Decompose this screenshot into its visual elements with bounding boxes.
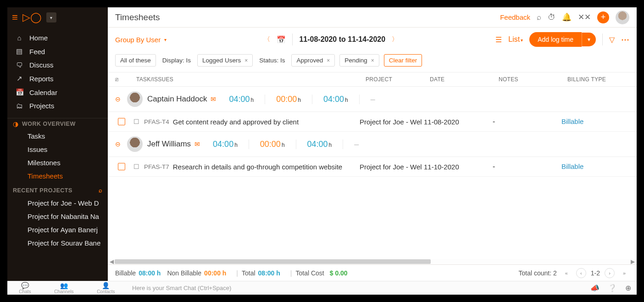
- chip-display[interactable]: Logged Users×: [197, 54, 253, 67]
- sidebar-dropdown[interactable]: ▾: [46, 12, 56, 22]
- zoom-icon[interactable]: ⊕: [625, 284, 631, 292]
- clear-filter-button[interactable]: Clear filter: [384, 54, 422, 67]
- announce-icon[interactable]: 📣: [590, 284, 600, 292]
- add-log-dropdown[interactable]: ▾: [582, 33, 596, 46]
- view-dropdown[interactable]: List: [508, 35, 523, 44]
- hamburger-icon[interactable]: ≡: [12, 11, 18, 23]
- filter-bar: All of these Display: Is Logged Users× S…: [108, 51, 637, 72]
- sidebar-item-calendar[interactable]: 📅Calendar: [7, 85, 108, 99]
- smart-chat-input[interactable]: Here is your Smart Chat (Ctrl+Space): [127, 285, 585, 291]
- calendar-icon: 📅: [16, 88, 23, 96]
- page-last-icon[interactable]: »: [619, 268, 629, 278]
- sidebar-sub-timesheets[interactable]: Timesheets: [7, 169, 108, 183]
- recent-header: RECENT PROJECTS ⌕: [7, 183, 108, 196]
- timer-icon[interactable]: ⏱: [548, 13, 555, 22]
- row-checkbox[interactable]: [118, 118, 125, 125]
- recent-project[interactable]: Project for Sourav Bane: [7, 236, 108, 250]
- recent-project[interactable]: Project for Joe - Web D: [7, 196, 108, 210]
- group-billable: 04:00: [229, 95, 250, 104]
- row-date: 11-08-2020: [424, 118, 493, 126]
- bell-icon[interactable]: 🔔: [562, 12, 572, 22]
- group-billable: 04:00: [213, 140, 233, 149]
- list-icon: ☰: [495, 35, 502, 44]
- date-prev-icon[interactable]: 〈: [264, 35, 270, 44]
- search-icon[interactable]: ⌕: [537, 13, 541, 22]
- row-billing[interactable]: Billable: [561, 117, 583, 125]
- remove-icon[interactable]: ×: [371, 57, 374, 64]
- recent-title: RECENT PROJECTS: [13, 187, 72, 194]
- sidebar-item-home[interactable]: ⌂Home: [7, 31, 108, 45]
- user-avatar[interactable]: [127, 136, 143, 152]
- home-icon: ⌂: [16, 34, 23, 42]
- row-date: 11-10-2020: [424, 163, 493, 171]
- mail-icon[interactable]: ✉: [211, 95, 216, 103]
- scroll-left-icon[interactable]: ◀: [109, 258, 115, 265]
- chip-all[interactable]: All of these: [115, 54, 156, 67]
- user-avatar[interactable]: [616, 11, 629, 24]
- group-nonbillable: 00:00: [276, 95, 297, 104]
- collapse-group-icon[interactable]: ⊝: [115, 95, 125, 103]
- filter-icon[interactable]: ▽: [609, 35, 615, 44]
- row-notes: -: [493, 117, 561, 126]
- sidebar-item-projects[interactable]: 🗂Projects: [7, 99, 108, 112]
- column-billing: BILLING TYPE: [567, 76, 629, 83]
- work-overview-header[interactable]: ◑ WORK OVERVIEW: [7, 118, 108, 129]
- bottom-channels[interactable]: 👥Channels: [54, 282, 73, 294]
- add-log-button[interactable]: Add log time: [529, 32, 582, 47]
- mail-icon[interactable]: ✉: [194, 140, 200, 148]
- task-title: Research in details and go-through compe…: [173, 163, 342, 171]
- horizontal-scrollbar[interactable]: ◀ ▶: [108, 259, 637, 264]
- sidebar-item-feed[interactable]: ▤Feed: [7, 45, 108, 58]
- separator: [292, 34, 293, 45]
- sidebar-item-reports[interactable]: ↗Reports: [7, 72, 108, 85]
- sidebar-sub-tasks[interactable]: Tasks: [7, 129, 108, 143]
- sidebar-item-label: Calendar: [29, 89, 57, 96]
- column-tool-icon[interactable]: ⎚: [115, 76, 132, 83]
- remove-icon[interactable]: ×: [327, 57, 330, 64]
- summary-cost: $ 0.00: [330, 269, 348, 277]
- group-by-dropdown[interactable]: Group By User: [115, 36, 167, 44]
- row-billing[interactable]: Billable: [561, 162, 583, 170]
- page-prev-icon[interactable]: ‹: [576, 268, 586, 278]
- more-icon[interactable]: ⋯: [621, 34, 629, 45]
- date-range[interactable]: 11-08-2020 to 11-14-2020: [299, 35, 385, 44]
- scroll-thumb[interactable]: [115, 259, 431, 264]
- recent-project[interactable]: Project for Ayan Banerj: [7, 223, 108, 236]
- tools-icon[interactable]: ✕✕: [578, 12, 591, 22]
- table-row[interactable]: ☐PFAS-T7Research in details and go-throu…: [108, 157, 637, 177]
- page-next-icon[interactable]: ›: [605, 268, 615, 278]
- calendar-icon[interactable]: 📅: [277, 35, 286, 44]
- sidebar-item-label: Reports: [29, 75, 54, 83]
- page-first-icon[interactable]: «: [561, 268, 572, 278]
- work-overview-title: WORK OVERVIEW: [22, 121, 76, 127]
- column-date: DATE: [430, 76, 499, 83]
- help-icon[interactable]: ❔: [608, 284, 617, 292]
- group-total: 04:00: [307, 140, 328, 149]
- sidebar-sub-milestones[interactable]: Milestones: [7, 156, 108, 169]
- summary-billable: 08:00 h: [139, 269, 161, 277]
- chip-status-pending[interactable]: Pending×: [339, 54, 379, 67]
- projects-icon: 🗂: [16, 102, 23, 110]
- sidebar-item-label: Home: [29, 34, 48, 42]
- user-avatar[interactable]: [127, 91, 143, 107]
- bottom-contacts[interactable]: 👤Contacts: [97, 282, 115, 294]
- chip-status-approved[interactable]: Approved×: [291, 54, 335, 67]
- summary-nonbillable-label: Non Billable: [167, 269, 201, 277]
- sidebar-sub-issues[interactable]: Issues: [7, 143, 108, 156]
- add-button[interactable]: +: [597, 11, 609, 23]
- date-next-icon[interactable]: 〉: [392, 35, 398, 44]
- collapse-group-icon[interactable]: ⊝: [115, 140, 125, 148]
- row-checkbox[interactable]: [118, 163, 125, 170]
- search-projects-icon[interactable]: ⌕: [99, 187, 103, 194]
- table-row[interactable]: ☐PFAS-T4Get content ready and approved b…: [108, 112, 637, 132]
- chats-icon: 💬: [21, 282, 29, 289]
- scroll-right-icon[interactable]: ▶: [630, 258, 636, 265]
- sidebar-item-discuss[interactable]: 🗨Discuss: [7, 58, 108, 72]
- page-range: 1-2: [591, 269, 600, 277]
- remove-icon[interactable]: ×: [244, 57, 248, 64]
- bottom-chats[interactable]: 💬Chats: [19, 282, 31, 294]
- logo-icon[interactable]: ▷◯: [22, 11, 42, 23]
- feedback-link[interactable]: Feedback: [500, 13, 530, 21]
- recent-project[interactable]: Project for Nabanita Na: [7, 210, 108, 223]
- controls-row: Group By User 〈 📅 11-08-2020 to 11-14-20…: [108, 28, 637, 51]
